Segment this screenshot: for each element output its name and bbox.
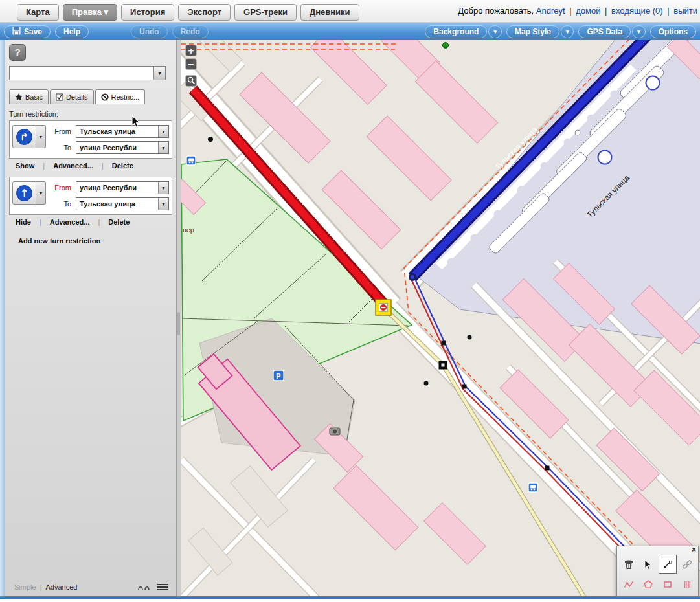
- chevron-down-icon[interactable]: ▼: [153, 67, 165, 80]
- cursor-icon: [643, 559, 653, 570]
- make-parallel-button[interactable]: [678, 575, 696, 594]
- search-combobox[interactable]: ▼: [9, 66, 166, 80]
- chevron-down-icon[interactable]: ▼: [36, 125, 46, 148]
- tab-details-label: Details: [66, 93, 88, 101]
- background-button[interactable]: Background: [425, 25, 487, 38]
- delete-link[interactable]: Delete: [112, 162, 133, 170]
- map-style-dropdown-arrow[interactable]: ▾: [561, 25, 574, 38]
- tab-gps-traces[interactable]: GPS-треки: [234, 4, 297, 21]
- map-area: Тульская улица Тульская улица вер P: [181, 40, 700, 596]
- simple-mode-link[interactable]: Simple: [14, 583, 36, 591]
- inbox-link[interactable]: входящие (0): [611, 6, 663, 16]
- chevron-down-icon[interactable]: ▼: [158, 126, 168, 137]
- node-tool-button[interactable]: [659, 555, 677, 574]
- close-icon[interactable]: ×: [692, 546, 696, 553]
- node-square[interactable]: [545, 466, 550, 471]
- turn-type-button-2[interactable]: ↑ ▼: [12, 181, 46, 205]
- tab-details[interactable]: Details: [50, 89, 94, 104]
- straight-on-glyph: ↑: [16, 185, 32, 201]
- make-circular-button[interactable]: [639, 575, 657, 594]
- advanced-link[interactable]: Advanced...: [50, 218, 90, 226]
- tab-restrictions[interactable]: Restric...: [95, 89, 145, 104]
- home-link[interactable]: домой: [576, 6, 600, 16]
- logout-link[interactable]: выйти: [673, 6, 697, 16]
- tab-history[interactable]: История: [121, 4, 174, 21]
- save-button[interactable]: Save: [4, 25, 51, 38]
- junction-icon[interactable]: [137, 583, 150, 591]
- redo-button[interactable]: Redo: [172, 25, 209, 38]
- separator: |: [43, 162, 45, 170]
- options-button[interactable]: Options: [650, 25, 696, 38]
- tab-diaries[interactable]: Дневники: [300, 4, 359, 21]
- from-to-fields: From улица Республи ▼ To Тульская улица …: [51, 181, 169, 210]
- tab-map[interactable]: Карта: [17, 4, 59, 21]
- to-way-value: улица Республи: [80, 144, 137, 151]
- separator: |: [102, 162, 104, 170]
- from-way-value: улица Республи: [80, 184, 137, 192]
- splitter-handle[interactable]: [177, 312, 180, 335]
- node-dot-green[interactable]: [443, 43, 449, 49]
- delete-link[interactable]: Delete: [108, 218, 130, 226]
- restriction-actions-1: Show | Advanced... | Delete: [9, 159, 172, 174]
- chevron-down-icon[interactable]: ▼: [158, 182, 168, 194]
- make-rectangular-button[interactable]: [659, 575, 677, 594]
- tab-basic[interactable]: Basic: [9, 89, 49, 104]
- no-entry-bar: [381, 307, 386, 308]
- username-link[interactable]: Andreyt: [536, 6, 565, 16]
- tab-export[interactable]: Экспорт: [178, 4, 231, 21]
- roundabout-circle[interactable]: [646, 76, 660, 90]
- tab-edit[interactable]: Правка ▾: [63, 4, 117, 21]
- unjoin-tool-button[interactable]: [678, 555, 696, 574]
- help-button[interactable]: Help: [55, 25, 89, 38]
- select-tool-button[interactable]: [639, 555, 657, 574]
- undo-button[interactable]: Undo: [131, 25, 168, 38]
- advanced-mode-link[interactable]: Advanced: [45, 583, 77, 591]
- straight-on-icon[interactable]: ↑: [12, 181, 36, 205]
- help-label: Help: [63, 27, 80, 36]
- to-way-value: Тульская улица: [80, 200, 135, 208]
- node-square[interactable]: [462, 385, 467, 389]
- node-dot[interactable]: [208, 137, 213, 142]
- panel-splitter[interactable]: [176, 40, 181, 596]
- tool-palette: ×: [616, 546, 699, 596]
- edit-toolbar: Save Help Undo Redo Background ▾ Map Sty…: [0, 23, 700, 40]
- separator: |: [605, 6, 607, 16]
- help-icon[interactable]: ?: [9, 44, 26, 61]
- background-dropdown-arrow[interactable]: ▾: [488, 25, 502, 38]
- restriction-via-node[interactable]: [376, 300, 391, 315]
- chevron-down-icon[interactable]: ▼: [36, 181, 46, 205]
- node-square[interactable]: [442, 341, 446, 346]
- delete-tool-button[interactable]: [620, 555, 638, 574]
- turn-type-button-1[interactable]: ↱ ▼: [12, 125, 46, 148]
- zoom-extent-button[interactable]: [185, 75, 197, 87]
- straighten-way-button[interactable]: [620, 575, 638, 594]
- chevron-down-icon[interactable]: ▼: [158, 142, 168, 153]
- gps-data-dropdown-arrow[interactable]: ▾: [632, 25, 646, 38]
- bus-stop-icon[interactable]: [186, 156, 196, 165]
- roundabout-circle[interactable]: [598, 151, 612, 164]
- to-way-select[interactable]: Тульская улица ▼: [76, 197, 169, 210]
- hide-link[interactable]: Hide: [16, 218, 31, 226]
- from-way-select[interactable]: улица Республи ▼: [76, 181, 169, 194]
- show-link[interactable]: Show: [16, 162, 34, 170]
- add-turn-restriction-link[interactable]: Add new turn restriction: [18, 237, 100, 245]
- zoom-in-button[interactable]: +: [185, 45, 197, 56]
- node-dot[interactable]: [468, 335, 472, 340]
- street-label-partial: вер: [183, 226, 194, 234]
- menu-icon[interactable]: [157, 583, 168, 591]
- zoom-out-button[interactable]: −: [185, 58, 197, 70]
- map-canvas[interactable]: Тульская улица Тульская улица вер P: [181, 40, 700, 596]
- turn-right-icon[interactable]: ↱: [12, 125, 36, 148]
- map-style-button[interactable]: Map Style: [506, 25, 559, 38]
- magnifier-icon: [187, 76, 196, 85]
- parking-icon[interactable]: P: [273, 370, 284, 381]
- gps-data-button[interactable]: GPS Data: [578, 25, 631, 38]
- from-way-select[interactable]: Тульская улица ▼: [76, 125, 169, 138]
- chevron-down-icon[interactable]: ▼: [158, 198, 168, 210]
- advanced-link[interactable]: Advanced...: [53, 162, 93, 170]
- from-label: From: [51, 128, 71, 135]
- node-dot[interactable]: [424, 381, 429, 386]
- to-way-select[interactable]: улица Республи ▼: [76, 141, 169, 154]
- camera-icon[interactable]: [330, 427, 340, 435]
- bus-stop-icon[interactable]: [528, 483, 537, 492]
